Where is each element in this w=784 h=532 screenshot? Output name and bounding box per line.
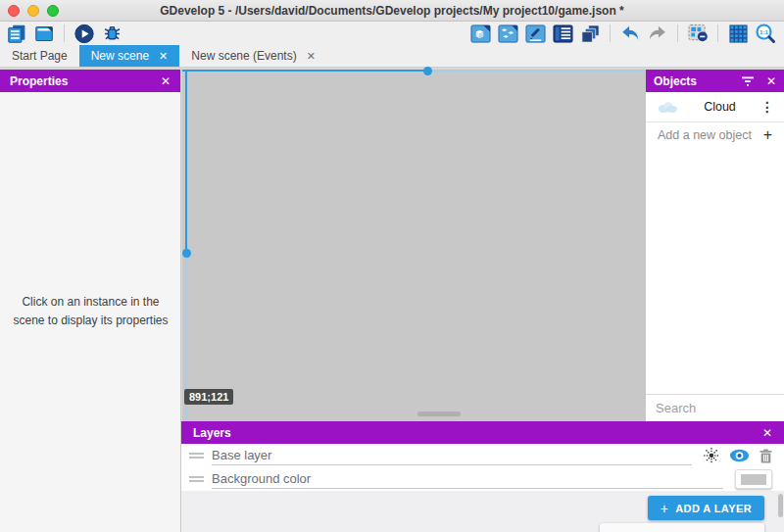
visibility-eye-icon xyxy=(729,449,750,462)
project-manager-button[interactable] xyxy=(6,23,27,44)
objects-panel: Objects ✕ Cloud ⋮ Add a new object xyxy=(645,70,784,421)
object-groups-button[interactable] xyxy=(497,23,518,44)
layer-effects-button[interactable] xyxy=(704,448,719,463)
objects-panel-title: Objects xyxy=(654,74,697,88)
tab-new-scene-events[interactable]: New scene (Events) ✕ xyxy=(179,45,327,67)
layer-row-background-color xyxy=(181,467,784,491)
preview-button[interactable] xyxy=(74,23,95,44)
properties-pencil-icon xyxy=(525,24,546,44)
canvas-horizontal-scrollbar[interactable] xyxy=(417,411,461,416)
color-swatch-preview xyxy=(741,474,766,485)
close-icon[interactable]: ✕ xyxy=(762,426,772,440)
undo-button[interactable] xyxy=(619,23,641,44)
tab-close-icon[interactable]: ✕ xyxy=(159,50,168,63)
toolbar-divider xyxy=(717,24,718,42)
layers-icon xyxy=(580,24,601,44)
traffic-lights xyxy=(8,5,59,17)
mask-icon xyxy=(688,24,709,43)
main-area: Properties ✕ Click on an instance in the… xyxy=(0,68,784,532)
selection-handle-top[interactable] xyxy=(423,67,432,75)
layer-name-input[interactable] xyxy=(212,446,692,465)
layer-visibility-button[interactable] xyxy=(729,449,750,462)
selection-edge-left xyxy=(185,70,187,421)
drag-handle-icon[interactable] xyxy=(189,474,204,484)
tab-start-page[interactable]: Start Page xyxy=(0,45,79,67)
objects-editor-button[interactable] xyxy=(469,23,491,44)
drag-handle-icon[interactable] xyxy=(189,451,204,460)
add-lighting-layer-button[interactable]: + ADD LIGHTING LAYER xyxy=(600,523,764,532)
preview-play-icon xyxy=(74,23,95,45)
tab-label: New scene xyxy=(91,49,149,63)
undo-icon xyxy=(619,23,641,44)
plus-icon: + xyxy=(763,126,772,144)
object-name: Cloud xyxy=(679,100,760,114)
close-window-button[interactable] xyxy=(8,5,20,17)
project-manager-icon xyxy=(7,24,27,44)
titlebar: GDevelop 5 - /Users/david/Documents/GDev… xyxy=(0,0,784,22)
redo-icon xyxy=(647,23,668,44)
add-object-label: Add a new object xyxy=(658,128,763,142)
svg-text:1:1: 1:1 xyxy=(760,28,769,35)
add-object-button[interactable]: Add a new object + xyxy=(646,122,784,147)
cursor-coordinates-label: 891;121 xyxy=(184,389,233,405)
grid-icon xyxy=(729,24,748,43)
properties-panel-button[interactable] xyxy=(524,23,546,44)
object-menu-kebab-icon[interactable]: ⋮ xyxy=(760,99,774,115)
layers-editor-button[interactable] xyxy=(579,23,601,44)
selection-edge-top xyxy=(182,70,645,72)
zoom-ratio-icon: 1:1 xyxy=(755,23,776,44)
toolbar-divider xyxy=(64,24,65,42)
objects-search-bar xyxy=(646,394,784,421)
toolbar: 1:1 xyxy=(0,22,784,45)
debug-icon xyxy=(102,24,122,44)
tab-new-scene[interactable]: New scene ✕ xyxy=(79,45,180,67)
window-title: GDevelop 5 - /Users/david/Documents/GDev… xyxy=(0,4,784,18)
layers-footer: + ADD A LAYER + ADD LIGHTING LAYER xyxy=(181,491,784,532)
layers-panel-title: Layers xyxy=(193,426,231,440)
redo-button[interactable] xyxy=(647,23,668,44)
trash-icon xyxy=(760,449,772,463)
tab-label: New scene (Events) xyxy=(191,49,296,63)
selection-handle-left[interactable] xyxy=(182,249,191,258)
start-page-window-button[interactable] xyxy=(33,23,55,44)
toggle-mask-button[interactable] xyxy=(687,23,709,44)
objects-search-input[interactable] xyxy=(656,401,784,415)
objects-editor-icon xyxy=(470,24,491,44)
layer-row-base-layer xyxy=(181,444,784,467)
object-groups-icon xyxy=(498,24,518,44)
layer-delete-button[interactable] xyxy=(760,449,772,463)
layers-scrollbar[interactable] xyxy=(778,494,783,517)
toggle-grid-button[interactable] xyxy=(727,23,749,44)
object-list-item-cloud[interactable]: Cloud ⋮ xyxy=(646,92,784,122)
maximize-window-button[interactable] xyxy=(47,5,59,17)
debug-button[interactable] xyxy=(101,23,122,44)
tab-bar: Start Page New scene ✕ New scene (Events… xyxy=(0,45,784,68)
properties-panel-title: Properties xyxy=(10,74,68,88)
layers-panel: Layers ✕ xyxy=(181,421,784,532)
close-icon[interactable]: ✕ xyxy=(161,74,171,88)
properties-empty-message: Click on an instance in the scene to dis… xyxy=(8,293,173,329)
window-icon xyxy=(34,24,55,44)
zoom-actual-size-button[interactable]: 1:1 xyxy=(755,23,776,44)
filter-icon[interactable] xyxy=(741,75,755,87)
instances-list-icon xyxy=(553,24,573,44)
background-color-swatch[interactable] xyxy=(735,469,772,489)
effects-icon xyxy=(704,448,719,463)
tab-close-icon[interactable]: ✕ xyxy=(307,50,316,63)
tab-label: Start Page xyxy=(12,49,68,63)
minimize-window-button[interactable] xyxy=(27,5,39,17)
add-layer-label: ADD A LAYER xyxy=(675,503,752,514)
plus-icon: + xyxy=(661,501,669,516)
scene-canvas[interactable]: 891;121 xyxy=(182,70,645,421)
close-icon[interactable]: ✕ xyxy=(766,74,776,88)
toolbar-divider xyxy=(677,24,678,42)
add-layer-button[interactable]: + ADD A LAYER xyxy=(648,496,764,520)
cloud-icon xyxy=(656,100,679,114)
toolbar-divider xyxy=(610,24,611,42)
properties-panel: Properties ✕ Click on an instance in the… xyxy=(0,70,181,532)
plus-icon: + xyxy=(612,528,621,532)
layer-name-input[interactable] xyxy=(212,469,723,489)
instances-list-button[interactable] xyxy=(552,23,573,44)
